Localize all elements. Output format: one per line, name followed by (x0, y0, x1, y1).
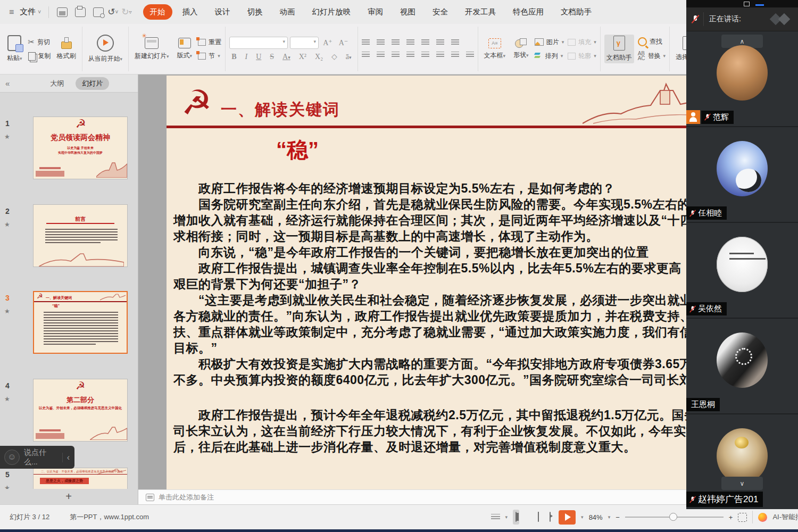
replace-button[interactable]: ABAC 替换▾ (638, 51, 666, 61)
fit-window-button[interactable] (738, 513, 747, 522)
participant-tile[interactable]: 吴依然 (686, 223, 798, 319)
char-spacing-icon[interactable] (436, 52, 444, 59)
layout-button[interactable]: 版式▾ (175, 37, 195, 61)
tab-special-features[interactable]: 特色应用 (506, 4, 551, 20)
slide4-thumbnail[interactable]: ☭ 第二部分 以史为鉴、开创未来，必须继续推进马克思主义中国化 (33, 379, 128, 442)
chat-input-placeholder[interactable]: 说点什么... (24, 448, 57, 467)
copy-button[interactable]: 复制 (28, 52, 51, 61)
superscript-button[interactable]: X² (297, 53, 309, 61)
slide-sorter-button[interactable] (525, 514, 530, 520)
paragraph-spacing-icon[interactable] (466, 52, 474, 59)
font-color-button[interactable]: A▾ (280, 53, 293, 61)
textbox-button[interactable]: A≡ 文本框▾ (482, 37, 508, 61)
tab-design[interactable]: 设计 (208, 4, 237, 20)
zoom-in-button[interactable]: + (729, 513, 733, 521)
play-slideshow-button[interactable] (559, 510, 576, 525)
font-size-combo[interactable] (290, 37, 319, 49)
tab-doc-assistant[interactable]: 文档助手 (554, 4, 598, 20)
ai-layout-label[interactable]: AI-智能排 (772, 512, 798, 522)
slide-canvas[interactable]: ☭ 一、解读关键词 “稳” 政府工作报告将今年的经济增速预期目标设定为5.5%左… (167, 76, 686, 489)
clear-format-button[interactable]: ◇ (329, 52, 339, 61)
reset-button[interactable]: 重置 (198, 38, 221, 47)
redo-icon[interactable]: ↻ (121, 6, 129, 18)
find-button[interactable]: 查找 (638, 37, 666, 46)
slide-body-text[interactable]: 政府工作报告将今年的经济增速预期目标设定为5.5%左右，是如何考虑的？ 国务院研… (173, 180, 686, 455)
decrease-font-icon[interactable]: A⁻ (337, 38, 351, 47)
align-left-icon[interactable] (362, 52, 370, 59)
emoji-icon[interactable]: ☺ (4, 450, 20, 465)
tab-transition[interactable]: 切换 (240, 4, 270, 20)
reading-view-button[interactable] (535, 510, 542, 525)
bullet-list-icon[interactable] (362, 39, 370, 46)
format-painter-button[interactable]: 格式刷 (55, 36, 78, 62)
tab-devtools[interactable]: 开发工具 (458, 4, 503, 20)
decrease-indent-icon[interactable] (392, 39, 400, 46)
play-from-current-button[interactable]: 从当前开始▾ (86, 34, 125, 64)
participant-tile[interactable]: 任相睦 (686, 127, 798, 223)
play-options-caret-icon[interactable]: ▾ (581, 514, 584, 520)
align-center-icon[interactable] (377, 52, 385, 59)
zoom-value[interactable]: 84% (589, 513, 603, 521)
ai-layout-icon[interactable] (758, 513, 767, 522)
doc-assistant-button[interactable]: 文档助手 (604, 35, 634, 63)
undo-icon[interactable]: ↺ (107, 6, 115, 18)
strikethrough-button[interactable]: S (268, 53, 276, 61)
hamburger-menu-icon[interactable]: ≡ (9, 7, 14, 17)
undo-caret-icon[interactable]: ˅ (115, 9, 118, 15)
mic-muted-icon[interactable] (692, 14, 699, 24)
zoom-slider[interactable] (625, 517, 724, 518)
picture-button[interactable]: 图片▾ (535, 38, 564, 47)
notes-toggle-icon[interactable] (491, 514, 500, 521)
italic-button[interactable]: I (243, 53, 250, 61)
columns-icon[interactable] (436, 39, 444, 46)
slide3-thumbnail-selected[interactable]: ☭ 一、解读关键词 “稳” (33, 291, 128, 354)
paste-button[interactable]: 粘贴▾ (5, 34, 24, 64)
zoom-slider-knob[interactable] (669, 513, 677, 521)
slide2-thumbnail[interactable]: 前言 (33, 204, 128, 267)
slide1-thumbnail[interactable]: ☭ 党员领读两会精神 以史为鉴 开创未来 实现中华民族伟大复兴的中国梦 (33, 117, 128, 179)
underline-button[interactable]: U (254, 53, 263, 61)
panel-collapse-icon[interactable]: « (5, 79, 10, 88)
quickbar-customize-icon[interactable]: ▿ (129, 9, 132, 15)
file-menu-caret-icon[interactable]: ˅ (38, 9, 41, 15)
tab-review[interactable]: 审阅 (361, 4, 390, 20)
increase-font-icon[interactable]: A⁺ (321, 38, 335, 47)
chat-collapse-icon[interactable]: ‹ (62, 453, 70, 462)
text-direction-icon[interactable] (421, 39, 429, 46)
participant-tile[interactable]: 王恩桐 (686, 319, 798, 414)
outline-tab[interactable]: 大纲 (44, 77, 70, 90)
notes-bar[interactable]: 单击此处添加备注 (138, 489, 686, 505)
tab-insert[interactable]: 插入 (176, 4, 205, 20)
arrange-button[interactable]: 排列▾ (535, 52, 564, 61)
align-right-icon[interactable] (392, 52, 400, 59)
slide5-thumbnail[interactable]: 二、以史为鉴：开创未来，必须继续推进马克思主义思想中国化 星星之火，成燎原之势 (33, 468, 128, 489)
slides-tab[interactable]: 幻灯片 (76, 77, 109, 90)
save-icon[interactable] (57, 7, 68, 17)
print-icon[interactable] (75, 7, 86, 17)
distribute-icon[interactable] (421, 52, 429, 59)
zoom-out-button[interactable]: − (616, 513, 620, 521)
restore-window-icon[interactable] (744, 2, 750, 6)
add-slide-button[interactable]: + (0, 488, 137, 504)
tab-home[interactable]: 开始 (143, 4, 172, 20)
line-spacing-icon[interactable] (451, 52, 459, 59)
record-show-button[interactable] (547, 510, 553, 525)
normal-view-button[interactable] (513, 510, 519, 525)
cut-button[interactable]: ✂ 剪切 (28, 37, 51, 47)
section-button[interactable]: 节▾ (198, 52, 221, 61)
tab-view[interactable]: 视图 (393, 4, 422, 20)
increase-indent-icon[interactable] (406, 39, 414, 46)
notes-toggle-caret-icon[interactable]: ▾ (505, 514, 508, 520)
scroll-down-button[interactable]: ∨ (721, 477, 763, 490)
new-slide-button[interactable]: 新建幻灯片▾ (132, 36, 171, 62)
tab-slideshow[interactable]: 幻灯片放映 (305, 4, 358, 20)
numbered-list-icon[interactable] (377, 39, 385, 46)
font-family-combo[interactable] (229, 37, 288, 49)
chat-input-overlay[interactable]: ☺ 说点什么... ‹ (0, 446, 74, 469)
shapes-button[interactable]: 形状▾ (511, 37, 531, 61)
subscript-button[interactable]: X₂ (313, 53, 325, 61)
zoom-caret-icon[interactable]: ▾ (608, 514, 611, 520)
tab-security[interactable]: 安全 (426, 4, 455, 20)
tab-animation[interactable]: 动画 (273, 4, 302, 20)
participant-tile[interactable]: ∧ 范辉 (686, 31, 798, 127)
